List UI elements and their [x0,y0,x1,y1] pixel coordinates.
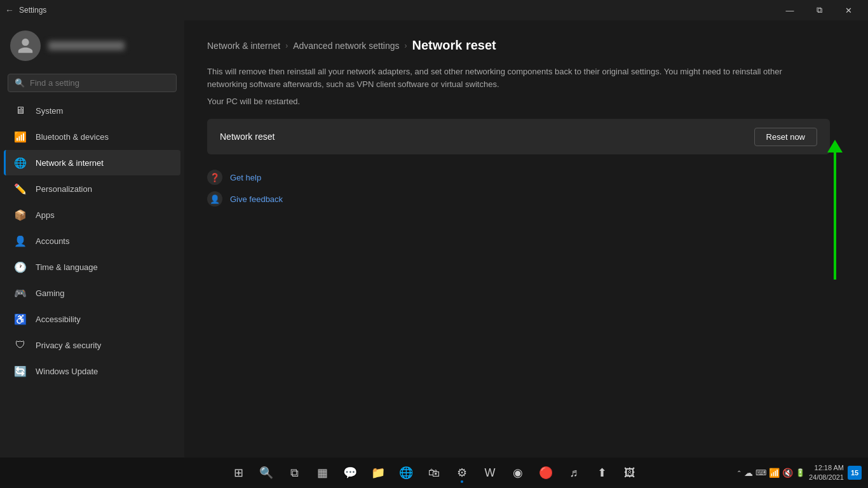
apps-nav-label: Apps [36,210,55,220]
tray-icons: ⌃ ☁ ⌨ 📶 🔇 🔋 [736,468,805,478]
sidebar-item-system[interactable]: 🖥 System [4,98,180,123]
get-help-icon: ❓ [207,170,222,185]
gaming-nav-label: Gaming [36,288,65,298]
link-section: ❓ Get help 👤 Give feedback [207,170,845,207]
accounts-nav-icon: 👤 [14,234,27,247]
titlebar-left: ← Settings [5,5,46,15]
sidebar-item-personalization[interactable]: ✏️ Personalization [4,176,180,201]
sidebar-item-bluetooth[interactable]: 📶 Bluetooth & devices [4,124,180,149]
search-input[interactable] [30,78,170,88]
system-nav-label: System [36,106,63,116]
taskbar-item-photos[interactable]: 🖼 [617,460,642,485]
taskbar-item-word[interactable]: W [477,460,503,485]
update-nav-icon: 🔄 [14,365,27,377]
taskbar-item-search[interactable]: 🔍 [254,460,279,485]
accounts-nav-label: Accounts [36,236,69,246]
titlebar-controls: — ⧉ ✕ [775,0,863,20]
taskbar-item-burp[interactable]: 🔴 [533,460,559,485]
app-title: Settings [19,6,46,15]
close-button[interactable]: ✕ [834,0,863,20]
user-name [48,41,125,50]
taskbar-item-settings[interactable]: ⚙ [449,460,475,485]
reset-now-button[interactable]: Reset now [754,128,817,146]
network-nav-icon: 🌐 [14,156,27,169]
get-help-label: Get help [230,173,261,182]
personalization-nav-label: Personalization [36,184,92,194]
breadcrumb-sep-1: › [285,41,288,50]
gaming-nav-icon: 🎮 [14,287,27,299]
arrow-line [834,152,836,280]
restart-notice: Your PC will be restarted. [207,97,845,106]
sidebar-item-apps[interactable]: 📦 Apps [4,202,180,227]
breadcrumb-network-internet[interactable]: Network & internet [207,41,280,51]
apps-nav-icon: 📦 [14,208,27,221]
accessibility-nav-label: Accessibility [36,315,81,324]
taskbar-item-teams[interactable]: 💬 [337,460,363,485]
clock-time: 12:18 AM [809,463,844,473]
tray-keyboard[interactable]: ⌨ [756,468,766,477]
network-nav-label: Network & internet [36,158,104,168]
give-feedback-link[interactable]: 👤 Give feedback [207,191,845,207]
tray-wifi[interactable]: 📶 [769,468,780,478]
green-arrow-annotation [827,140,843,280]
sidebar-item-privacy[interactable]: 🛡 Privacy & security [4,332,180,358]
breadcrumb-current: Network reset [412,38,496,53]
sidebar-item-network[interactable]: 🌐 Network & internet [4,150,180,175]
update-nav-label: Windows Update [36,367,98,376]
back-icon[interactable]: ← [5,5,14,15]
search-icon: 🔍 [15,78,25,88]
clock[interactable]: 12:18 AM 24/08/2021 [809,463,844,483]
sidebar-item-time[interactable]: 🕐 Time & language [4,254,180,280]
restore-button[interactable]: ⧉ [804,0,834,20]
give-feedback-label: Give feedback [230,194,283,204]
sidebar: 🔍 🖥 System 📶 Bluetooth & devices 🌐 Netwo… [0,20,184,458]
personalization-nav-icon: ✏️ [14,182,27,195]
reset-card: Network reset Reset now [207,119,830,154]
taskbar-item-widgets[interactable]: ▦ [309,460,335,485]
reset-card-label: Network reset [220,132,275,142]
sidebar-item-gaming[interactable]: 🎮 Gaming [4,280,180,306]
privacy-nav-icon: 🛡 [14,339,27,351]
time-nav-label: Time & language [36,262,98,272]
description-text: This will remove then reinstall all your… [207,65,817,90]
main-content: Network & internet › Advanced network se… [184,20,868,458]
taskbar-item-store[interactable]: 🛍 [421,460,447,485]
breadcrumb-sep-2: › [405,41,407,50]
taskbar: ⊞🔍⧉▦💬📁🌐🛍⚙W◉🔴♬⬆🖼 ⌃ ☁ ⌨ 📶 🔇 🔋 12:18 AM 24/… [0,458,868,488]
breadcrumb-advanced-network[interactable]: Advanced network settings [293,41,399,51]
bluetooth-nav-icon: 📶 [14,130,27,143]
tray-sound[interactable]: 🔇 [782,468,793,478]
privacy-nav-label: Privacy & security [36,341,101,350]
tray-chevron[interactable]: ⌃ [736,470,742,477]
system-nav-icon: 🖥 [14,104,27,117]
give-feedback-icon: 👤 [207,191,222,207]
get-help-link[interactable]: ❓ Get help [207,170,845,185]
avatar [10,30,41,61]
bluetooth-nav-label: Bluetooth & devices [36,132,109,142]
accessibility-nav-icon: ♿ [14,313,27,325]
titlebar: ← Settings — ⧉ ✕ [0,0,868,20]
tray-cloud[interactable]: ☁ [744,468,753,478]
taskbar-right: ⌃ ☁ ⌨ 📶 🔇 🔋 12:18 AM 24/08/2021 15 [736,463,862,483]
search-box[interactable]: 🔍 [8,74,177,92]
time-nav-icon: 🕐 [14,261,27,273]
taskbar-item-files[interactable]: 📁 [365,460,391,485]
tray-battery[interactable]: 🔋 [796,468,805,477]
minimize-button[interactable]: — [775,0,804,20]
app-container: 🔍 🖥 System 📶 Bluetooth & devices 🌐 Netwo… [0,20,868,458]
taskbar-item-chrome[interactable]: ◉ [505,460,531,485]
sidebar-item-update[interactable]: 🔄 Windows Update [4,358,180,384]
notification-badge[interactable]: 15 [848,466,862,480]
taskbar-item-app2[interactable]: ⬆ [589,460,614,485]
taskbar-item-start[interactable]: ⊞ [226,460,251,485]
arrow-head [827,140,843,152]
taskbar-item-edge[interactable]: 🌐 [393,460,419,485]
taskbar-item-task-view[interactable]: ⧉ [281,460,307,485]
nav-list: 🖥 System 📶 Bluetooth & devices 🌐 Network… [0,97,184,384]
taskbar-item-app1[interactable]: ♬ [561,460,587,485]
user-profile [0,20,184,71]
taskbar-center: ⊞🔍⧉▦💬📁🌐🛍⚙W◉🔴♬⬆🖼 [226,460,642,485]
sidebar-item-accessibility[interactable]: ♿ Accessibility [4,306,180,332]
sidebar-item-accounts[interactable]: 👤 Accounts [4,228,180,254]
clock-date: 24/08/2021 [809,473,844,482]
